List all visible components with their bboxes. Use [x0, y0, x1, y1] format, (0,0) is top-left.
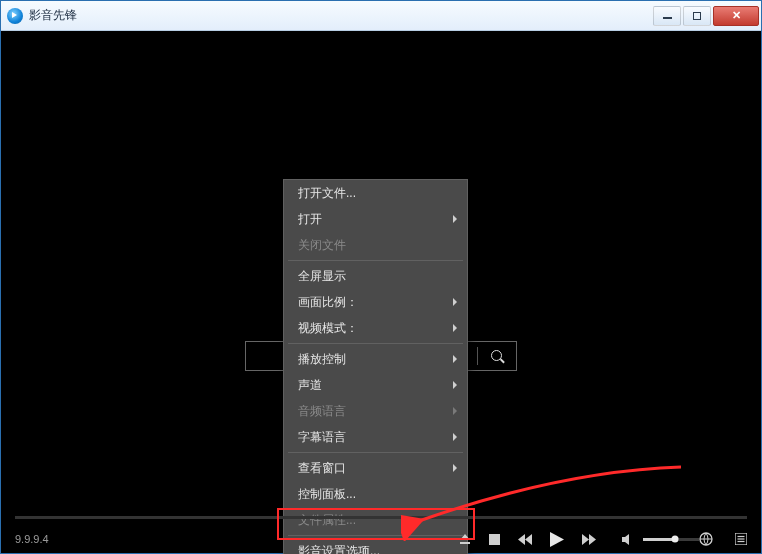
menu-item[interactable]: 视频模式：	[284, 315, 467, 341]
menu-separator	[288, 343, 463, 344]
close-button[interactable]: ✕	[713, 6, 759, 26]
menu-item[interactable]: 查看窗口	[284, 455, 467, 481]
submenu-arrow-icon	[453, 215, 457, 223]
submenu-arrow-icon	[453, 355, 457, 363]
eject-button[interactable]	[459, 533, 471, 545]
progress-bar[interactable]	[15, 516, 747, 519]
menu-item-label: 音频语言	[298, 403, 346, 420]
right-controls	[699, 532, 747, 546]
volume-control	[622, 534, 699, 545]
playback-controls	[459, 532, 596, 547]
menu-item-label: 字幕语言	[298, 429, 346, 446]
window-controls: ✕	[651, 6, 759, 26]
submenu-arrow-icon	[453, 381, 457, 389]
menu-separator	[288, 260, 463, 261]
playlist-button[interactable]	[735, 533, 747, 545]
menu-separator	[288, 452, 463, 453]
maximize-button[interactable]	[683, 6, 711, 26]
menu-item-label: 画面比例：	[298, 294, 358, 311]
search-button[interactable]	[478, 342, 516, 370]
search-icon	[491, 350, 504, 363]
menu-item-label: 打开文件...	[298, 185, 356, 202]
menu-item-label: 声道	[298, 377, 322, 394]
video-area[interactable]: V 打开文件...打开关闭文件全屏显示画面比例：视频模式：播放控制声道音频语言字…	[1, 31, 761, 553]
menu-item[interactable]: 打开文件...	[284, 180, 467, 206]
context-menu: 打开文件...打开关闭文件全屏显示画面比例：视频模式：播放控制声道音频语言字幕语…	[283, 179, 468, 554]
stop-button[interactable]	[489, 534, 500, 545]
prev-button[interactable]	[518, 534, 532, 545]
menu-item-label: 播放控制	[298, 351, 346, 368]
app-icon	[7, 8, 23, 24]
mute-button[interactable]	[622, 534, 635, 545]
version-label: 9.9.9.4	[15, 533, 49, 545]
submenu-arrow-icon	[453, 324, 457, 332]
menu-item[interactable]: 控制面板...	[284, 481, 467, 507]
menu-item[interactable]: 全屏显示	[284, 263, 467, 289]
menu-item[interactable]: 播放控制	[284, 346, 467, 372]
submenu-arrow-icon	[453, 433, 457, 441]
submenu-arrow-icon	[453, 407, 457, 415]
menu-item-label: 视频模式：	[298, 320, 358, 337]
menu-item: 音频语言	[284, 398, 467, 424]
titlebar: 影音先锋 ✕	[1, 1, 761, 31]
svg-rect-0	[489, 534, 500, 545]
menu-item-label: 查看窗口	[298, 460, 346, 477]
submenu-arrow-icon	[453, 298, 457, 306]
menu-item: 关闭文件	[284, 232, 467, 258]
menu-item[interactable]: 声道	[284, 372, 467, 398]
menu-item-label: 打开	[298, 211, 322, 228]
submenu-arrow-icon	[453, 464, 457, 472]
menu-item-label: 关闭文件	[298, 237, 346, 254]
menu-item[interactable]: 画面比例：	[284, 289, 467, 315]
menu-item[interactable]: 字幕语言	[284, 424, 467, 450]
network-button[interactable]	[699, 532, 713, 546]
next-button[interactable]	[582, 534, 596, 545]
play-button[interactable]	[550, 532, 564, 547]
volume-slider[interactable]	[643, 538, 699, 541]
minimize-button[interactable]	[653, 6, 681, 26]
control-bar: 9.9.9.4	[1, 525, 761, 553]
menu-item-label: 控制面板...	[298, 486, 356, 503]
window-title: 影音先锋	[29, 7, 77, 24]
volume-knob[interactable]	[672, 536, 679, 543]
menu-item-label: 全屏显示	[298, 268, 346, 285]
app-window: 影音先锋 ✕ V 打开文件...打开关闭文件全屏显示画面比例：视频模式：播放控制…	[0, 0, 762, 554]
menu-item[interactable]: 打开	[284, 206, 467, 232]
